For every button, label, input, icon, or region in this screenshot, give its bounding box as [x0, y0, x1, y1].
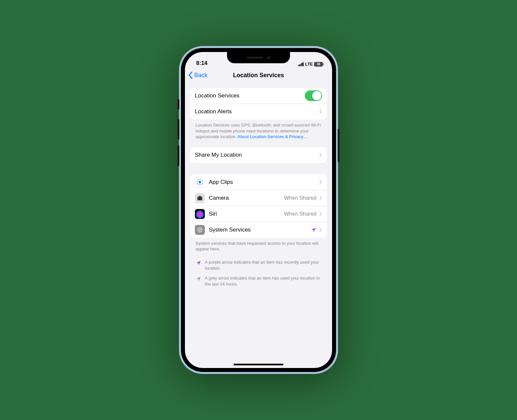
battery-indicator: 36 [314, 62, 323, 67]
back-button[interactable]: Back [188, 72, 207, 79]
svg-rect-1 [199, 181, 201, 183]
cell-label: Location Services [195, 92, 305, 99]
cellular-signal-icon [298, 62, 304, 66]
back-label: Back [194, 72, 207, 79]
chevron-right-icon [319, 109, 322, 114]
screen: 8:14 LTE 36 Back Location Services [185, 52, 332, 368]
page-title: Location Services [233, 72, 284, 79]
about-privacy-link[interactable]: About Location Services & Privacy… [237, 134, 308, 139]
cell-label: App Clips [209, 179, 319, 185]
power-button[interactable] [338, 129, 339, 162]
chevron-right-icon [319, 196, 322, 200]
group-location-main: Location Services Location Alerts [190, 88, 327, 120]
app-icon [195, 225, 205, 235]
location-arrow-purple-icon [196, 260, 201, 266]
chevron-left-icon [188, 72, 193, 79]
svg-line-14 [201, 228, 202, 228]
cell-label: Location Alerts [195, 108, 319, 115]
chevron-right-icon [319, 228, 322, 232]
app-icon [195, 209, 205, 219]
chevron-right-icon [319, 180, 322, 184]
app-icon [195, 177, 205, 187]
cell-app-siri[interactable]: SiriWhen Shared [190, 206, 327, 222]
cell-app-system-services[interactable]: System Services [190, 222, 327, 238]
svg-point-6 [199, 229, 201, 231]
footer-location-description: Location Services uses GPS, Bluetooth, a… [190, 120, 327, 140]
cell-detail: When Shared [284, 195, 316, 201]
status-time: 8:14 [196, 60, 207, 67]
app-icon [195, 193, 205, 203]
cell-share-my-location[interactable]: Share My Location [190, 147, 327, 163]
silence-switch[interactable] [178, 99, 179, 110]
volume-up-button[interactable] [178, 119, 179, 139]
notch [227, 52, 290, 63]
cell-app-camera[interactable]: CameraWhen Shared [190, 190, 327, 206]
cell-label: Camera [209, 195, 284, 201]
cell-location-alerts[interactable]: Location Alerts [190, 104, 327, 120]
carrier-label: LTE [305, 62, 313, 67]
navigation-bar: Back Location Services [185, 67, 332, 83]
cell-label: System Services [209, 227, 311, 233]
cell-location-services-toggle[interactable]: Location Services [190, 88, 327, 104]
cell-app-app-clips[interactable]: App Clips [190, 174, 327, 190]
chevron-right-icon [319, 212, 322, 216]
group-apps: App ClipsCameraWhen SharedSiriWhen Share… [190, 174, 327, 238]
svg-point-3 [199, 197, 201, 200]
footer-system-services: System services that have requested acce… [190, 238, 327, 252]
toggle-on-icon[interactable] [305, 90, 322, 101]
chevron-right-icon [319, 153, 322, 157]
cell-detail: When Shared [284, 211, 316, 217]
phone-frame: 8:14 LTE 36 Back Location Services [179, 46, 338, 374]
volume-down-button[interactable] [178, 145, 179, 166]
legend-purple-text: A purple arrow indicates that an item ha… [205, 259, 321, 271]
svg-line-11 [198, 228, 199, 228]
svg-line-12 [201, 231, 202, 232]
svg-line-13 [198, 231, 199, 232]
cell-label: Siri [209, 211, 284, 217]
svg-rect-4 [199, 196, 201, 197]
legend-grey-text: A grey arrow indicates that an item has … [205, 275, 321, 287]
home-indicator[interactable] [234, 364, 283, 365]
location-arrow-grey-icon [196, 276, 201, 282]
legend: A purple arrow indicates that an item ha… [190, 252, 327, 288]
location-arrow-purple-icon [311, 227, 316, 233]
cell-label: Share My Location [195, 152, 319, 158]
group-share-location: Share My Location [190, 147, 327, 163]
